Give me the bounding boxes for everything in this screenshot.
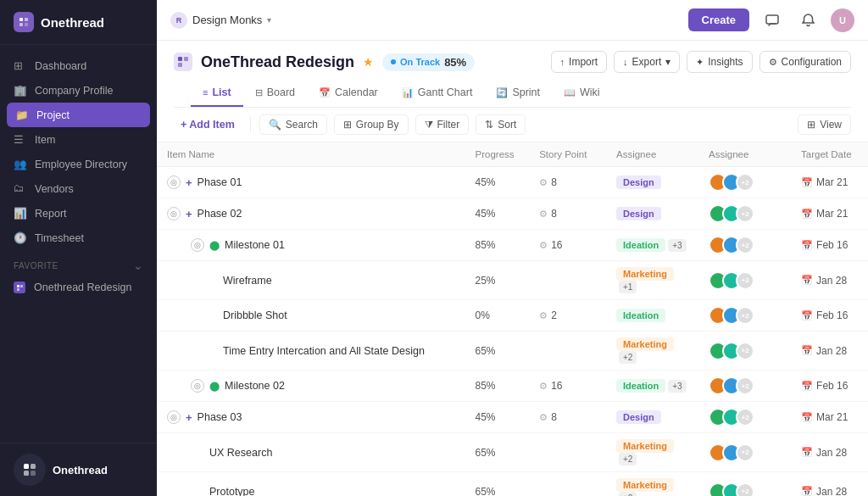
label-cell: Design — [606, 402, 698, 433]
item-name[interactable]: Phase 03 — [198, 411, 242, 423]
label-badge: Ideation — [616, 379, 665, 393]
search-button[interactable]: 🔍 Search — [259, 114, 327, 135]
expand-icon[interactable]: ◎ — [191, 238, 204, 252]
configuration-button[interactable]: ⚙ Configuration — [760, 51, 851, 73]
view-button[interactable]: ⊞ View — [798, 114, 851, 135]
label-extra: +3 — [668, 380, 686, 393]
workspace-icon: R — [170, 12, 187, 29]
star-icon[interactable]: ★ — [363, 55, 374, 69]
project-title-icon — [174, 53, 192, 71]
avatar-more: +2 — [736, 376, 754, 395]
label-cell: Ideation+3 — [606, 230, 698, 261]
story-value: 16 — [551, 239, 562, 251]
workspace-selector[interactable]: R Design Monks ▾ — [170, 12, 271, 29]
sort-button[interactable]: ⇅ Sort — [476, 114, 526, 135]
svg-rect-11 — [766, 15, 778, 24]
item-name[interactable]: Milestone 01 — [225, 239, 285, 251]
svg-rect-5 — [20, 285, 23, 287]
group-by-button[interactable]: ⊞ Group By — [334, 114, 409, 135]
item-name-cell: ◎+Phase 01 — [157, 167, 465, 198]
svg-rect-8 — [31, 464, 36, 469]
sidebar-logo[interactable]: Onethread — [0, 0, 157, 45]
svg-rect-0 — [19, 18, 23, 21]
item-name[interactable]: Dribbble Shot — [223, 309, 287, 321]
sidebar-item-company[interactable]: 🏢 Company Profile — [0, 78, 157, 103]
user-avatar[interactable]: U — [831, 8, 854, 32]
filter-icon: ⧩ — [425, 119, 433, 131]
expand-icon[interactable]: ◎ — [167, 410, 181, 424]
milestone-icon: ⬤ — [209, 240, 220, 251]
project-title: OneThread Redesign — [201, 53, 354, 71]
svg-rect-3 — [25, 23, 28, 26]
search-icon: 🔍 — [269, 119, 281, 131]
svg-rect-6 — [17, 288, 19, 291]
item-name-cell: Dribbble Shot — [157, 300, 465, 332]
date-value: Feb 16 — [816, 309, 848, 321]
expand-icon[interactable]: ◎ — [167, 176, 181, 189]
tab-board[interactable]: ⊟ Board — [243, 80, 307, 107]
sidebar-item-timesheet[interactable]: 🕐 Timesheet — [0, 226, 157, 250]
tab-calendar[interactable]: 📅 Calendar — [307, 80, 390, 107]
expand-icon[interactable]: ◎ — [167, 207, 181, 220]
label-extra: +2 — [619, 351, 637, 364]
avatar-more: +2 — [736, 408, 754, 426]
item-name[interactable]: Milestone 02 — [225, 380, 285, 392]
insights-button[interactable]: ✦ Insights — [687, 51, 752, 73]
gear-icon: ⚙ — [539, 412, 548, 423]
tab-gantt[interactable]: 📊 Gantt Chart — [390, 80, 485, 107]
expand-icon[interactable]: ◎ — [191, 379, 204, 393]
sidebar: Onethread ⊞ Dashboard 🏢 Company Profile … — [0, 0, 157, 496]
label-badge: Design — [616, 176, 661, 189]
vendors-icon: 🗂 — [14, 182, 26, 195]
sidebar-item-dashboard[interactable]: ⊞ Dashboard — [0, 53, 157, 78]
milestone-icon: ⬤ — [209, 381, 220, 392]
item-name[interactable]: Phase 02 — [198, 208, 242, 220]
item-name[interactable]: Phase 01 — [198, 176, 242, 188]
favorite-collapse-icon[interactable]: ⌄ — [133, 259, 144, 272]
label-extra: +2 — [619, 492, 637, 496]
calendar-icon: 📅 — [801, 345, 813, 356]
sidebar-item-item[interactable]: ☰ Item — [0, 127, 157, 152]
item-name[interactable]: Wireframe — [223, 275, 272, 287]
label-badge: Design — [616, 207, 661, 220]
date-cell: 📅Mar 21 — [791, 198, 868, 230]
chat-icon-button[interactable] — [760, 8, 785, 33]
gear-icon: ⚙ — [539, 310, 548, 321]
story-value: 2 — [551, 309, 557, 321]
progress-cell: 65% — [465, 433, 530, 472]
create-button[interactable]: Create — [688, 8, 749, 31]
tab-sprint[interactable]: 🔄 Sprint — [484, 80, 552, 107]
svg-rect-9 — [24, 471, 29, 476]
story-cell: ⚙8 — [529, 402, 606, 433]
tab-list[interactable]: ≡ List — [191, 80, 243, 107]
toolbar: + Add Item 🔍 Search ⊞ Group By ⧩ Filter … — [157, 108, 868, 142]
sort-icon: ⇅ — [485, 119, 493, 131]
calendar-icon: 📅 — [801, 381, 813, 392]
sidebar-item-vendors[interactable]: 🗂 Vendors — [0, 176, 157, 201]
label-extra: +3 — [668, 239, 686, 252]
sidebar-item-employee[interactable]: 👥 Employee Directory — [0, 152, 157, 176]
progress-value: 85% — [476, 239, 496, 251]
col-header-item: Item Name — [157, 142, 465, 167]
item-name[interactable]: Time Entry Intercation and All State Des… — [223, 345, 425, 357]
gear-icon: ⚙ — [539, 177, 548, 188]
export-button[interactable]: ↓ Export ▾ — [614, 51, 680, 73]
item-name[interactable]: Prototype — [209, 486, 255, 497]
date-cell: 📅Mar 21 — [791, 167, 868, 198]
gantt-tab-icon: 📊 — [402, 87, 414, 98]
svg-rect-1 — [25, 18, 28, 21]
add-item-button[interactable]: + Add Item — [174, 115, 242, 134]
filter-button[interactable]: ⧩ Filter — [415, 114, 470, 135]
sidebar-item-project[interactable]: 📁 Project — [7, 103, 150, 127]
svg-rect-10 — [31, 471, 36, 476]
gear-icon: ⚙ — [539, 381, 548, 392]
sidebar-item-report[interactable]: 📊 Report — [0, 201, 157, 226]
item-name[interactable]: UX Research — [209, 447, 272, 459]
import-button[interactable]: ↑ Import — [551, 51, 608, 73]
progress-cell: 45% — [465, 402, 530, 433]
table-container: Item Name Progress Story Point Assignee … — [157, 142, 868, 496]
dashboard-icon: ⊞ — [14, 59, 26, 72]
bell-icon-button[interactable] — [795, 8, 821, 33]
sidebar-item-favorite-ot[interactable]: Onethread Redesign — [0, 276, 157, 299]
tab-wiki[interactable]: 📖 Wiki — [552, 80, 612, 107]
